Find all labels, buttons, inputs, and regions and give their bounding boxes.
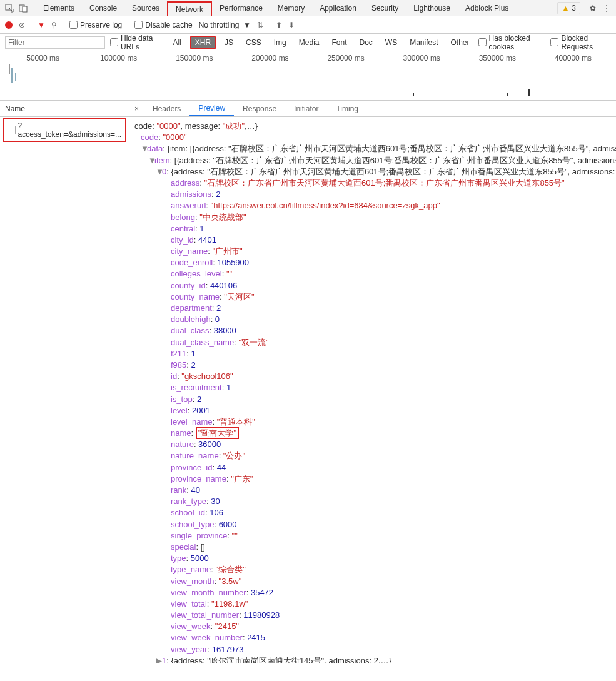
inspect-icon[interactable] [3, 1, 16, 15]
blocked-requests-checkbox[interactable]: Blocked Requests [550, 34, 611, 51]
import-icon[interactable]: ⬆ [276, 21, 282, 29]
requests-header[interactable]: Name [0, 101, 129, 117]
network-toolbar: ⊘ ▼ ⚲ Preserve log Disable cache No thro… [0, 16, 616, 34]
throttle-select[interactable]: No throttling ▼ [199, 21, 251, 29]
tab-console[interactable]: Console [82, 1, 124, 15]
disable-cache-checkbox[interactable]: Disable cache [134, 21, 192, 29]
tab-application[interactable]: Application [312, 1, 364, 15]
tab-response[interactable]: Response [234, 102, 285, 116]
filter-toggle-icon[interactable]: ▼ [38, 21, 45, 29]
request-row[interactable]: ?access_token=&admissions=... [3, 118, 126, 142]
tab-sources[interactable]: Sources [124, 1, 167, 15]
type-js[interactable]: JS [221, 37, 237, 48]
warning-count: 3 [572, 4, 576, 13]
network-conditions-icon[interactable]: ⇅ [257, 21, 263, 29]
tab-lighthouse[interactable]: Lighthouse [406, 1, 458, 15]
devtools-main-tabs: Elements Console Sources Network Perform… [0, 0, 616, 16]
clear-button[interactable]: ⊘ [19, 21, 25, 29]
tab-preview[interactable]: Preview [189, 101, 234, 116]
type-img[interactable]: Img [270, 37, 290, 48]
type-manifest[interactable]: Manifest [406, 37, 442, 48]
tab-network[interactable]: Network [167, 1, 212, 16]
type-ws[interactable]: WS [381, 37, 401, 48]
warnings-badge[interactable]: ▲3 [557, 2, 580, 14]
type-font[interactable]: Font [328, 37, 350, 48]
tab-initiator[interactable]: Initiator [285, 102, 327, 116]
device-toggle-icon[interactable] [16, 1, 30, 15]
waterfall-overview[interactable] [0, 63, 616, 101]
file-icon [8, 126, 16, 134]
tab-headers[interactable]: Headers [144, 102, 189, 116]
tab-security[interactable]: Security [364, 1, 406, 15]
type-other[interactable]: Other [447, 37, 473, 48]
type-media[interactable]: Media [295, 37, 323, 48]
type-all[interactable]: All [169, 37, 184, 48]
tab-memory[interactable]: Memory [270, 1, 312, 15]
separator [33, 3, 33, 13]
type-xhr[interactable]: XHR [190, 36, 216, 49]
json-preview: code: "0000", message: "成功",…}code: "000… [129, 117, 616, 663]
hide-data-urls-checkbox[interactable]: Hide data URLs [110, 34, 164, 51]
settings-icon[interactable]: ✿ [586, 1, 600, 15]
has-blocked-cookies-checkbox[interactable]: Has blocked cookies [478, 34, 546, 51]
tab-timing[interactable]: Timing [327, 102, 367, 116]
separator [583, 3, 583, 13]
tab-elements[interactable]: Elements [36, 1, 82, 15]
tab-performance[interactable]: Performance [212, 1, 270, 15]
warning-icon: ▲ [562, 4, 569, 13]
preserve-log-checkbox[interactable]: Preserve log [69, 21, 122, 29]
type-css[interactable]: CSS [242, 37, 265, 48]
more-icon[interactable]: ⋮ [600, 1, 613, 15]
tab-adblock[interactable]: Adblock Plus [458, 1, 516, 15]
search-icon[interactable]: ⚲ [51, 21, 57, 29]
timeline-ruler: 50000 ms 100000 ms 150000 ms 200000 ms 2… [0, 51, 616, 63]
export-icon[interactable]: ⬇ [288, 21, 295, 29]
detail-tabs: × Headers Preview Response Initiator Tim… [129, 101, 616, 117]
record-button[interactable] [5, 21, 13, 29]
filter-bar: Hide data URLs All XHR JS CSS Img Media … [0, 34, 616, 51]
type-doc[interactable]: Doc [355, 37, 376, 48]
svg-rect-2 [23, 6, 27, 12]
request-name: ?access_token=&admissions=... [18, 121, 121, 139]
filter-input[interactable] [5, 36, 105, 49]
requests-list: Name ?access_token=&admissions=... [0, 101, 129, 663]
close-icon[interactable]: × [129, 104, 144, 113]
